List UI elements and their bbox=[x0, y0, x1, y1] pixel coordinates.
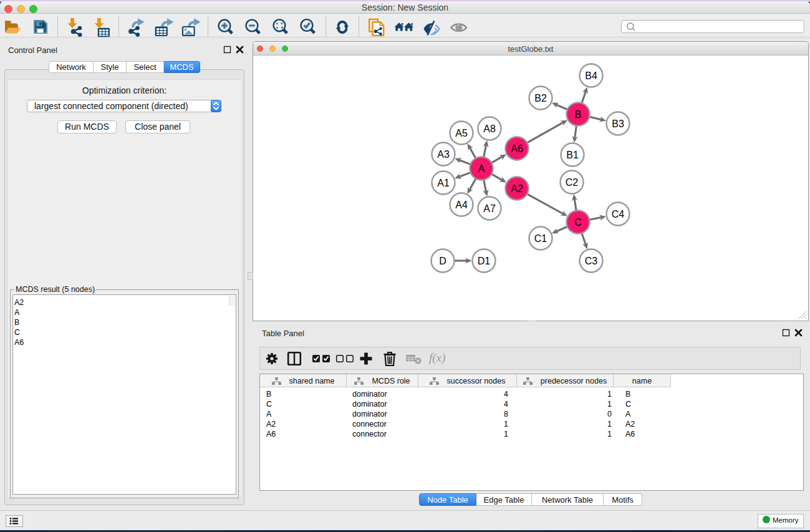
svg-text:C3: C3 bbox=[585, 256, 598, 266]
svg-text:A2: A2 bbox=[511, 183, 523, 194]
svg-text:D: D bbox=[439, 256, 446, 266]
svg-text:B: B bbox=[575, 109, 582, 120]
svg-text:B2: B2 bbox=[534, 93, 547, 104]
svg-text:C1: C1 bbox=[534, 233, 547, 244]
svg-text:A4: A4 bbox=[455, 200, 468, 210]
svg-text:B3: B3 bbox=[612, 118, 624, 129]
svg-text:A1: A1 bbox=[437, 178, 450, 188]
svg-text:A8: A8 bbox=[483, 123, 496, 134]
svg-text:A3: A3 bbox=[437, 149, 450, 160]
svg-text:A6: A6 bbox=[511, 143, 523, 154]
svg-text:C2: C2 bbox=[566, 177, 579, 188]
svg-text:A: A bbox=[478, 163, 485, 174]
svg-text:C4: C4 bbox=[612, 209, 625, 220]
svg-text:D1: D1 bbox=[478, 256, 491, 266]
svg-text:A7: A7 bbox=[483, 203, 496, 214]
svg-text:B4: B4 bbox=[585, 70, 597, 81]
svg-text:C: C bbox=[574, 217, 582, 228]
svg-text:B1: B1 bbox=[566, 150, 579, 160]
svg-text:A5: A5 bbox=[455, 128, 468, 138]
